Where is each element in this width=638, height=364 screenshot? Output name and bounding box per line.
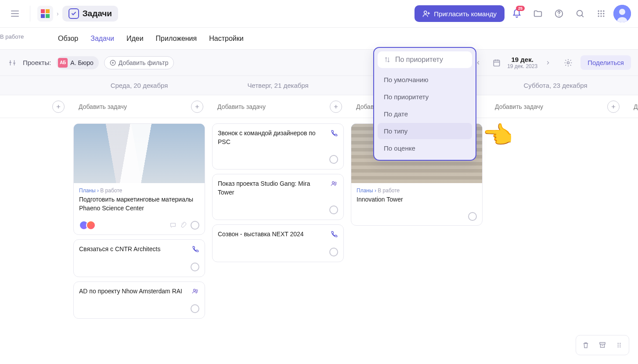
- workspace-switcher[interactable]: [37, 6, 53, 22]
- user-avatar[interactable]: [613, 5, 631, 22]
- invite-team-button[interactable]: Пригласить команду: [415, 5, 505, 22]
- task-card[interactable]: Связаться с CNTR Architects: [73, 239, 205, 277]
- svg-point-25: [620, 345, 620, 346]
- trash-button[interactable]: [580, 339, 592, 351]
- truncated-context: В работе: [0, 33, 24, 40]
- add-task-input-sun[interactable]: [630, 103, 638, 110]
- call-icon: [330, 129, 338, 137]
- search-icon: [575, 9, 585, 18]
- grid-dots-icon: [597, 9, 606, 18]
- tasks-icon: [68, 8, 79, 19]
- attachment-icon: [180, 222, 187, 229]
- card-title: Показ проекта Studio Gang: Mira Tower: [218, 180, 327, 197]
- svg-point-24: [618, 345, 619, 346]
- sort-trigger[interactable]: По приоритету: [378, 51, 472, 68]
- card-title: Связаться с CNTR Architects: [79, 245, 188, 254]
- col-head-wed: Среда, 20 декабря: [70, 82, 209, 89]
- add-filter-button[interactable]: Добавить фильтр: [104, 56, 174, 69]
- search-button[interactable]: [571, 5, 589, 22]
- topbar: В работе › Задачи Пригласить команду: [0, 0, 638, 28]
- topbar-left: › Задачи: [7, 6, 118, 22]
- tab-tasks[interactable]: Задачи: [90, 33, 114, 44]
- folder-button[interactable]: [529, 5, 547, 22]
- date-next[interactable]: [540, 55, 556, 71]
- plus-icon: [333, 104, 339, 110]
- settings-gear[interactable]: [560, 55, 576, 71]
- add-task-input-sat[interactable]: [491, 103, 607, 110]
- sort-opt-estimate[interactable]: По оценке: [378, 140, 472, 156]
- add-task-input-wed[interactable]: [75, 103, 191, 110]
- plus-icon: [610, 104, 616, 110]
- svg-point-20: [335, 182, 336, 184]
- col-head-sat: Суббота, 23 декабря: [486, 82, 625, 89]
- archive-icon: [598, 341, 606, 349]
- svg-point-4: [600, 11, 602, 12]
- add-task-wed[interactable]: [191, 101, 203, 113]
- task-card[interactable]: Звонок с командой дизайнеров по PSC: [212, 123, 344, 169]
- col-sat: [486, 123, 625, 364]
- status-circle[interactable]: [191, 304, 199, 313]
- svg-point-0: [424, 11, 427, 14]
- page-pill[interactable]: Задачи: [62, 6, 118, 22]
- status-circle[interactable]: [329, 205, 338, 214]
- project-chip[interactable]: АБ А. Бюро: [56, 56, 98, 69]
- add-task-trunc[interactable]: [52, 101, 65, 113]
- task-card[interactable]: AD по проекту Nhow Amsterdam RAI: [73, 281, 205, 319]
- menu-icon: [11, 11, 19, 17]
- sort-opt-default[interactable]: По умолчанию: [378, 72, 472, 88]
- chevron-right-icon: ›: [57, 10, 59, 17]
- date-navigator: 19 дек. 19 дек. 2023: [470, 55, 556, 71]
- add-task-thu[interactable]: [330, 101, 342, 113]
- svg-point-23: [620, 343, 620, 344]
- folder-icon: [533, 9, 543, 18]
- status-circle[interactable]: [468, 212, 477, 221]
- svg-point-19: [332, 182, 335, 184]
- status-circle[interactable]: [329, 155, 338, 164]
- card-title: Innovation Tower: [357, 195, 477, 204]
- add-task-input-thu[interactable]: [214, 103, 330, 110]
- project-avatar: АБ: [58, 58, 68, 68]
- projects-label: Проекты:: [23, 59, 51, 66]
- sort-trigger-label: По приоритету: [395, 56, 443, 64]
- status-circle[interactable]: [191, 221, 199, 230]
- sort-options: По умолчанию По приоритету По дате По ти…: [378, 72, 472, 156]
- chevron-right-icon: [545, 60, 551, 66]
- drag-handle[interactable]: [613, 339, 625, 351]
- tab-overview[interactable]: Обзор: [58, 33, 78, 44]
- date-display[interactable]: 19 дек. 19 дек. 2023: [507, 56, 537, 69]
- svg-point-6: [598, 13, 599, 14]
- archive-button[interactable]: [596, 339, 609, 351]
- share-button[interactable]: Поделиться: [580, 55, 631, 70]
- hamburger-menu[interactable]: [7, 6, 23, 22]
- tab-ideas[interactable]: Идеи: [126, 33, 144, 44]
- grid-icon: [41, 9, 50, 18]
- status-circle[interactable]: [329, 248, 338, 256]
- apps-grid-button[interactable]: [592, 5, 610, 22]
- tab-apps[interactable]: Приложения: [156, 33, 197, 44]
- task-card[interactable]: Показ проекта Studio Gang: Mira Tower: [212, 174, 344, 220]
- user-plus-icon: [422, 10, 430, 18]
- help-button[interactable]: [550, 5, 568, 22]
- sort-opt-priority[interactable]: По приоритету: [378, 89, 472, 105]
- divider: [30, 6, 30, 22]
- card-image: [74, 124, 205, 183]
- sort-opt-date[interactable]: По дате: [378, 106, 472, 122]
- task-card[interactable]: Планы › В работе Подготовить маркетингов…: [73, 123, 205, 235]
- card-breadcrumb: Планы › В работе: [79, 187, 199, 194]
- svg-rect-15: [494, 60, 500, 66]
- tab-settings[interactable]: Настройки: [209, 33, 243, 44]
- sort-opt-type[interactable]: По типу: [378, 123, 472, 139]
- assignee-avatar[interactable]: [86, 220, 96, 230]
- svg-point-11: [603, 15, 604, 17]
- invite-label: Пригласить команду: [434, 10, 497, 18]
- notifications-button[interactable]: 25: [508, 5, 526, 22]
- svg-point-3: [598, 11, 599, 12]
- card-title: Подготовить маркетинговые материалы Phae…: [79, 195, 199, 213]
- filter-toggle[interactable]: [7, 58, 18, 68]
- add-task-sat[interactable]: [607, 101, 620, 113]
- status-circle[interactable]: [191, 263, 199, 271]
- sort-icon: [384, 56, 391, 63]
- task-card[interactable]: Созвон - выставка NEXT 2024: [212, 224, 344, 262]
- svg-point-22: [618, 343, 619, 344]
- calendar-button[interactable]: [489, 55, 505, 71]
